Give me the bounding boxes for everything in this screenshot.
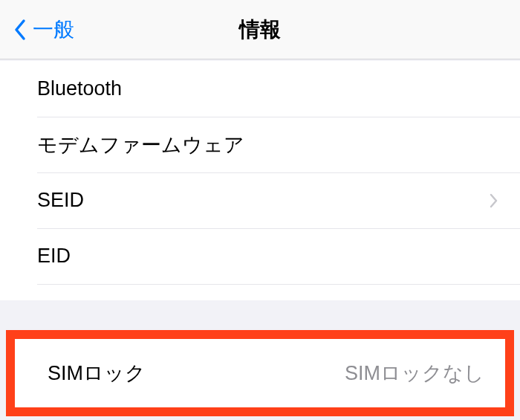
chevron-right-icon [489,193,498,208]
back-button[interactable]: 一般 [0,16,74,44]
truncated-row [0,284,520,300]
row-label: SIMロック [48,360,146,387]
row-label: モデムファームウェア [37,132,244,158]
row-right: SIMロックなし [345,360,484,387]
sim-lock-highlight: SIMロック SIMロックなし [0,330,520,416]
bluetooth-row[interactable]: Bluetooth [0,61,520,117]
row-label: SEID [37,189,84,212]
navigation-bar: 一般 情報 [0,0,520,59]
row-right [481,193,498,208]
sim-lock-row[interactable]: SIMロック SIMロックなし [6,336,514,410]
chevron-left-icon [13,19,27,41]
info-section: Bluetooth モデムファームウェア SEID EID [0,61,520,300]
modem-firmware-row[interactable]: モデムファームウェア [0,117,520,172]
back-label: 一般 [33,16,74,44]
seid-row[interactable]: SEID [0,172,520,228]
row-label: EID [37,245,71,268]
row-value: SIMロックなし [345,360,484,387]
row-label: Bluetooth [37,77,122,100]
page-title: 情報 [0,16,520,44]
eid-row[interactable]: EID [0,228,520,284]
